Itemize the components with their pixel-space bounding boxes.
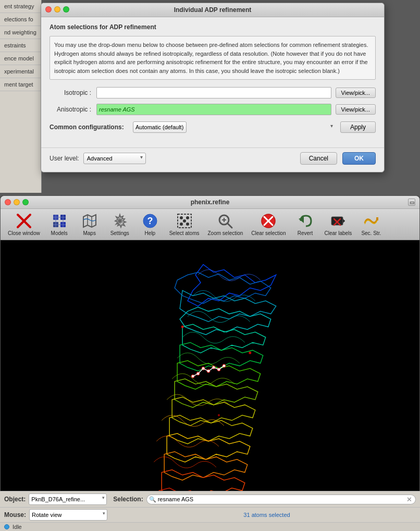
user-level-row: User level: Basic Intermediate Advanced … — [50, 153, 146, 164]
dialog-minimize-btn[interactable] — [54, 6, 60, 13]
search-icon: 🔍 — [149, 496, 156, 503]
maps-toolbar-item[interactable]: Maps — [76, 211, 104, 238]
phenix-minimize-btn[interactable] — [14, 199, 20, 205]
svg-point-19 — [180, 216, 183, 219]
selection-input[interactable] — [158, 496, 406, 502]
object-label: Object: — [4, 496, 26, 503]
svg-point-23 — [183, 219, 186, 223]
maps-label: Maps — [83, 230, 95, 236]
svg-point-52 — [218, 414, 220, 416]
phenix-traffic-lights — [5, 199, 29, 205]
models-icon — [51, 213, 68, 229]
dialog-subtitle: Atom selections for ADP refinement — [50, 23, 376, 31]
config-select-wrapper: Automatic (default) All isotropic All an… — [133, 121, 336, 133]
svg-point-50 — [181, 326, 184, 328]
selection-field: Selection: 🔍 ✕ — [113, 495, 416, 504]
bg-item-7: ment target — [0, 78, 41, 91]
svg-point-20 — [186, 216, 189, 219]
bg-item-2: elections fo — [0, 13, 41, 26]
dialog-description: You may use the drop-down menu below to … — [50, 36, 376, 80]
svg-point-51 — [249, 352, 251, 354]
phenix-toolbar: Close window Models — [1, 209, 419, 240]
help-toolbar-item[interactable]: ? Help — [136, 211, 164, 238]
help-label: Help — [144, 230, 155, 236]
molecule-viewport[interactable] — [1, 240, 419, 528]
user-level-select[interactable]: Basic Intermediate Advanced Expert — [83, 153, 146, 164]
svg-point-43 — [191, 375, 194, 378]
dialog-footer: User level: Basic Intermediate Advanced … — [41, 147, 384, 172]
anisotropic-input[interactable] — [96, 104, 331, 115]
dialog-maximize-btn[interactable] — [63, 6, 69, 13]
bg-item-4: estraints — [0, 39, 41, 52]
select-atoms-icon — [176, 213, 193, 229]
isotropic-label: Isotropic : — [50, 89, 96, 96]
statusbar-bottom-row: Mouse: Rotate view Translate view Zoom 3… — [0, 508, 420, 522]
background-app: ent strategy elections fo nd weighting e… — [0, 0, 42, 193]
settings-toolbar-item[interactable]: Settings — [106, 211, 134, 238]
svg-point-21 — [180, 223, 183, 226]
zoom-selection-icon — [217, 213, 233, 229]
select-atoms-toolbar-item[interactable]: Select atoms — [166, 211, 203, 238]
dialog-titlebar: Individual ADP refinement — [41, 3, 384, 17]
selection-clear-button[interactable]: ✕ — [406, 496, 412, 503]
config-row: Common configurations: Automatic (defaul… — [50, 121, 376, 133]
isotropic-input[interactable] — [96, 87, 331, 98]
phenix-collapse-button[interactable]: ▭ — [408, 199, 415, 206]
idle-row: Idle — [0, 522, 420, 531]
dialog-title: Individual ADP refinement — [174, 6, 252, 14]
idle-label: Idle — [13, 524, 22, 530]
anisotropic-row: Anisotropic : View/pick... — [50, 104, 376, 115]
user-level-select-wrapper: Basic Intermediate Advanced Expert — [83, 153, 146, 164]
sec-str-label: Sec. Str. — [361, 230, 381, 236]
models-toolbar-item[interactable]: Models — [45, 211, 73, 238]
revert-label: Revert — [298, 230, 313, 236]
sec-str-toolbar-item[interactable]: Sec. Str. — [357, 211, 385, 238]
zoom-selection-toolbar-item[interactable]: Zoom selection — [205, 211, 246, 238]
object-field: Object: PknB_D76A_refine... — [4, 493, 107, 505]
clear-selection-toolbar-item[interactable]: Clear selection — [248, 211, 289, 238]
search-field[interactable]: 🔍 ✕ — [146, 495, 416, 504]
settings-label: Settings — [110, 230, 129, 236]
close-window-icon — [16, 213, 32, 229]
atoms-selected-count: 31 atoms selected — [118, 512, 416, 518]
bg-item-5: ence model — [0, 52, 41, 65]
object-select[interactable]: PknB_D76A_refine... — [29, 493, 107, 505]
phenix-titlebar: phenix.refine ▭ — [1, 196, 419, 209]
settings-icon — [112, 213, 128, 229]
clear-labels-icon — [330, 213, 347, 229]
bg-item-3: nd weighting — [0, 26, 41, 39]
dialog-body: Atom selections for ADP refinement You m… — [41, 17, 384, 145]
maps-icon — [81, 213, 98, 229]
selection-label: Selection: — [113, 496, 143, 503]
phenix-close-btn[interactable] — [5, 199, 11, 205]
svg-line-45 — [208, 367, 214, 371]
clear-selection-icon — [260, 213, 277, 229]
ok-button[interactable]: OK — [342, 152, 376, 165]
clear-labels-label: Clear labels — [324, 230, 352, 236]
svg-text:?: ? — [147, 216, 153, 226]
config-select[interactable]: Automatic (default) All isotropic All an… — [133, 121, 187, 133]
mouse-select-wrapper: Rotate view Translate view Zoom — [29, 509, 107, 521]
clear-labels-toolbar-item[interactable]: Clear labels — [321, 211, 355, 238]
mouse-select[interactable]: Rotate view Translate view Zoom — [29, 509, 107, 521]
svg-point-22 — [186, 223, 189, 226]
close-window-toolbar-item[interactable]: Close window — [5, 211, 43, 238]
models-label: Models — [51, 230, 68, 236]
revert-toolbar-item[interactable]: Revert — [291, 211, 319, 238]
cancel-button[interactable]: Cancel — [300, 152, 337, 165]
object-select-wrapper: PknB_D76A_refine... — [29, 493, 107, 505]
bg-item-1: ent strategy — [0, 0, 41, 13]
mouse-field: Mouse: Rotate view Translate view Zoom — [4, 509, 107, 521]
anisotropic-label: Anisotropic : — [50, 106, 96, 113]
dialog-close-btn[interactable] — [45, 6, 52, 13]
svg-line-25 — [228, 224, 232, 228]
svg-marker-36 — [376, 217, 378, 220]
traffic-lights — [45, 6, 69, 13]
phenix-window: phenix.refine ▭ Close window — [0, 195, 420, 531]
apply-button[interactable]: Apply — [340, 121, 376, 133]
isotropic-view-pick-button[interactable]: View/pick... — [336, 88, 376, 98]
phenix-maximize-btn[interactable] — [22, 199, 29, 205]
mouse-label: Mouse: — [4, 511, 26, 518]
anisotropic-view-pick-button[interactable]: View/pick... — [336, 104, 376, 115]
molecule-visualization — [1, 240, 419, 528]
